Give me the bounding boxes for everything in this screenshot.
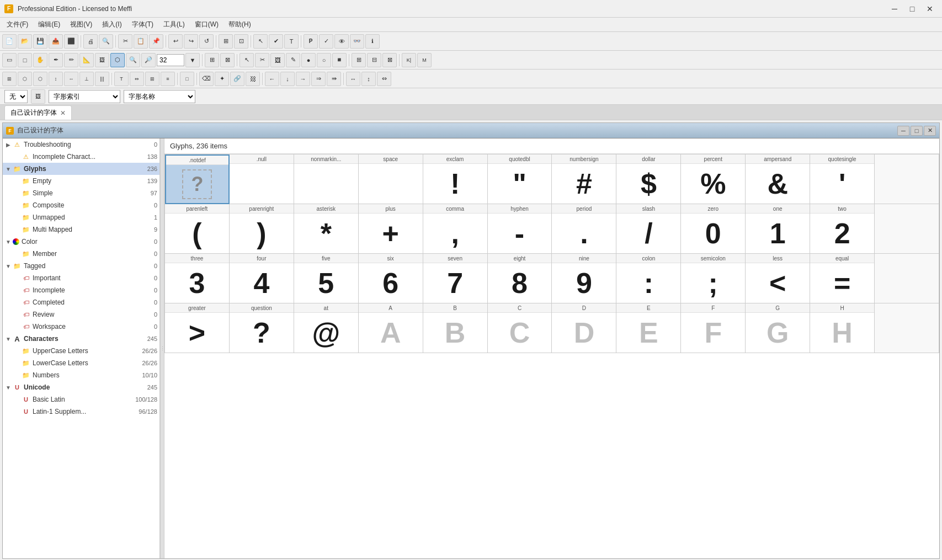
inner-close-btn[interactable]: ✕ xyxy=(924,126,936,136)
menu-window[interactable]: 窗口(W) xyxy=(190,19,223,30)
glyph-cell-comma[interactable]: comma , xyxy=(423,204,488,254)
zoom-select-btn[interactable]: ▼ xyxy=(185,53,200,67)
menu-file[interactable]: 文件(F) xyxy=(2,19,33,30)
name-selector[interactable]: 字形名称 xyxy=(124,90,195,103)
circle2-btn[interactable]: ○ xyxy=(317,53,331,67)
glyph-cell-plus[interactable]: plus + xyxy=(359,204,423,254)
panel-divider[interactable]: ⋮ xyxy=(160,138,164,558)
glyph-cell-parenright[interactable]: parenright ) xyxy=(230,204,294,254)
t3-12[interactable]: □ xyxy=(180,72,194,86)
zoom-in-btn[interactable]: 🔍 xyxy=(126,53,140,67)
tree-item-unicode[interactable]: ▼ U Unicode 245 xyxy=(3,381,159,393)
t3-11[interactable]: ≡ xyxy=(161,72,175,86)
glyph-cell-greater[interactable]: greater > xyxy=(165,303,230,353)
img2-btn[interactable]: 🖼 xyxy=(270,53,285,67)
glyph-cell-quotedbl[interactable]: quotedbl " xyxy=(488,154,552,204)
zoom-input[interactable] xyxy=(157,54,184,66)
copy-btn[interactable]: 📋 xyxy=(134,34,148,49)
glyph-cell-four[interactable]: four 4 xyxy=(230,254,294,303)
t3-flip1[interactable]: ↔ xyxy=(346,72,360,86)
preview-btn[interactable]: 🔍 xyxy=(99,34,113,49)
shape-btn[interactable]: ◾ xyxy=(332,53,347,67)
glyph-cell-quotesingle[interactable]: quotesingle ' xyxy=(810,154,875,204)
menu-tools[interactable]: 工具(L) xyxy=(159,19,189,30)
glyph-cell-colon[interactable]: colon : xyxy=(616,254,681,303)
edit-btn[interactable]: ✎ xyxy=(286,53,300,67)
redo2-btn[interactable]: ↺ xyxy=(199,34,214,49)
tree-item-incomplete-chars[interactable]: ⚠ Incomplete Charact... 138 xyxy=(3,151,159,163)
glyph-cell-numbersign[interactable]: numbersign # xyxy=(552,154,616,204)
text-btn[interactable]: T xyxy=(284,34,299,49)
menu-view[interactable]: 视图(V) xyxy=(66,19,97,30)
t3-unlink[interactable]: ⛓ xyxy=(246,72,260,86)
tree-item-color[interactable]: ▼ Color 0 xyxy=(3,236,159,248)
glyph-cell-at[interactable]: at @ xyxy=(294,303,359,353)
glyph-cell-asterisk[interactable]: asterisk * xyxy=(294,204,359,254)
t3-4[interactable]: ↕ xyxy=(49,72,63,86)
inner-max-btn[interactable]: □ xyxy=(911,126,923,136)
menu-help[interactable]: 帮助(H) xyxy=(224,19,256,30)
info-btn[interactable]: ℹ xyxy=(365,34,380,49)
t3-right3[interactable]: ⇛ xyxy=(327,72,341,86)
glyph-cell-D[interactable]: D D xyxy=(552,303,616,353)
t3-right2[interactable]: ⇒ xyxy=(311,72,326,86)
fit2-btn[interactable]: ⊠ xyxy=(220,53,235,67)
tree-item-latin1[interactable]: U Latin-1 Supplem... 96/128 xyxy=(3,406,159,418)
glyph-cell-null[interactable]: .null xyxy=(230,154,294,204)
rect-btn[interactable]: ▭ xyxy=(2,53,17,67)
t3-link[interactable]: 🔗 xyxy=(230,72,244,86)
close-button[interactable]: ✕ xyxy=(922,3,938,15)
fit-btn[interactable]: ⊞ xyxy=(205,53,219,67)
font-selector[interactable]: 无 xyxy=(4,90,28,103)
cut-btn[interactable]: ✂ xyxy=(118,34,132,49)
grid-btn[interactable]: ⊞ xyxy=(352,53,366,67)
circle-btn[interactable]: ● xyxy=(301,53,316,67)
glyph-cell-five[interactable]: five 5 xyxy=(294,254,359,303)
t3-1[interactable]: ⊞ xyxy=(2,72,17,86)
grid3-btn[interactable]: ⊠ xyxy=(382,53,397,67)
arrow-btn[interactable]: ↖ xyxy=(240,53,254,67)
t3-star[interactable]: ✦ xyxy=(215,72,229,86)
glyph-cell-two[interactable]: two 2 xyxy=(810,204,875,254)
hand-btn[interactable]: ✋ xyxy=(33,53,47,67)
minimize-button[interactable]: ─ xyxy=(887,3,902,15)
t3-6[interactable]: ⊥ xyxy=(79,72,94,86)
tree-item-incomplete-tag[interactable]: 🏷 Incomplete 0 xyxy=(3,284,159,296)
check-btn[interactable]: ✔ xyxy=(269,34,283,49)
glyph-cell-exclam[interactable]: exclam ! xyxy=(423,154,488,204)
tree-item-lowercase[interactable]: 📁 LowerCase Letters 26/26 xyxy=(3,357,159,369)
glyph-cell-notdef[interactable]: .notdef ? xyxy=(165,154,230,204)
glyph-cell-less[interactable]: less < xyxy=(746,254,810,303)
save-btn[interactable]: 💾 xyxy=(33,34,47,49)
menu-font[interactable]: 字体(T) xyxy=(127,19,158,30)
tree-item-simple[interactable]: 📁 Simple 97 xyxy=(3,187,159,199)
glyph-cell-hyphen[interactable]: hyphen - xyxy=(488,204,552,254)
glyph-cell-equal[interactable]: equal = xyxy=(810,254,875,303)
glyph-cell-question[interactable]: question ? xyxy=(230,303,294,353)
maximize-button[interactable]: □ xyxy=(904,3,920,15)
open-btn[interactable]: 📂 xyxy=(18,34,32,49)
glyph-cell-nonmarking[interactable]: nonmarkin... xyxy=(294,154,359,204)
img-btn[interactable]: 🖼 xyxy=(95,53,109,67)
tree-item-uppercase[interactable]: 📁 UpperCase Letters 26/26 xyxy=(3,345,159,357)
redo-btn[interactable]: ↪ xyxy=(184,34,198,49)
glyph-cell-slash[interactable]: slash / xyxy=(616,204,681,254)
glyph-cell-E[interactable]: E E xyxy=(616,303,681,353)
select-btn[interactable]: ↖ xyxy=(253,34,268,49)
pen-btn[interactable]: ✒ xyxy=(49,53,63,67)
main-tab[interactable]: 自己设计的字体 ✕ xyxy=(4,105,72,120)
t3-10[interactable]: ⊞ xyxy=(145,72,159,86)
glyph-cell-space[interactable]: space xyxy=(359,154,423,204)
rect2-btn[interactable]: □ xyxy=(18,53,32,67)
kerning-btn[interactable]: K| xyxy=(402,53,416,67)
tree-item-unmapped[interactable]: 📁 Unmapped 1 xyxy=(3,211,159,223)
tree-item-member[interactable]: 📁 Member 0 xyxy=(3,248,159,260)
glyph-cell-nine[interactable]: nine 9 xyxy=(552,254,616,303)
t3-8[interactable]: T xyxy=(114,72,129,86)
font-icon-btn[interactable]: 🖼 xyxy=(31,89,45,104)
print-btn[interactable]: 🖨 xyxy=(83,34,98,49)
glyph-cell-G[interactable]: G G xyxy=(746,303,810,353)
tree-item-glyphs[interactable]: ▼ 📁 Glyphs 236 xyxy=(3,163,159,175)
magnify-btn[interactable]: 🔎 xyxy=(141,53,156,67)
new-btn[interactable]: 📄 xyxy=(2,34,17,49)
